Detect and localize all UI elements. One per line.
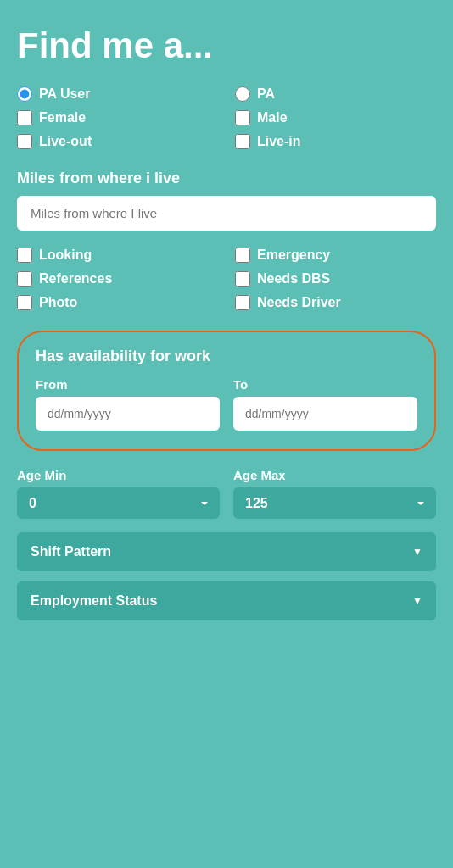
looking-checkbox[interactable] bbox=[17, 248, 32, 263]
emergency-label: Emergency bbox=[257, 248, 330, 263]
age-min-group: Age Min 0 18 21 25 30 35 40 bbox=[17, 468, 220, 519]
employment-status-label: Employment Status bbox=[31, 593, 157, 609]
needs-dbs-option[interactable]: Needs DBS bbox=[235, 271, 436, 287]
references-checkbox[interactable] bbox=[17, 271, 32, 287]
age-max-select[interactable]: 125 18 25 50 75 100 bbox=[233, 487, 436, 519]
shift-pattern-label: Shift Pattern bbox=[31, 544, 111, 559]
age-row: Age Min 0 18 21 25 30 35 40 Age Max 125 … bbox=[17, 468, 436, 519]
from-label: From bbox=[36, 377, 220, 392]
to-label: To bbox=[233, 377, 417, 392]
pa-radio[interactable] bbox=[235, 86, 250, 102]
filter-options-grid: Looking Emergency References Needs DBS P… bbox=[17, 248, 436, 310]
male-option[interactable]: Male bbox=[235, 110, 436, 125]
needs-driver-option[interactable]: Needs Driver bbox=[235, 295, 436, 310]
photo-option[interactable]: Photo bbox=[17, 295, 218, 310]
needs-driver-checkbox[interactable] bbox=[235, 295, 250, 310]
needs-dbs-label: Needs DBS bbox=[257, 271, 330, 287]
live-out-option[interactable]: Live-out bbox=[17, 134, 218, 149]
pa-option[interactable]: PA bbox=[235, 86, 436, 102]
female-checkbox[interactable] bbox=[17, 110, 32, 125]
miles-label: Miles from where i live bbox=[17, 170, 436, 187]
emergency-checkbox[interactable] bbox=[235, 248, 250, 263]
role-options-grid: PA User PA Female Male Live-out Live-in bbox=[17, 86, 436, 149]
female-label: Female bbox=[39, 110, 86, 125]
from-date-input[interactable] bbox=[36, 397, 220, 431]
references-option[interactable]: References bbox=[17, 271, 218, 287]
photo-checkbox[interactable] bbox=[17, 295, 32, 310]
age-min-label: Age Min bbox=[17, 468, 220, 482]
employment-status-dropdown[interactable]: Employment Status ▼ bbox=[17, 581, 436, 620]
date-row: From To bbox=[36, 377, 417, 431]
references-label: References bbox=[39, 271, 112, 287]
male-checkbox[interactable] bbox=[235, 110, 250, 125]
looking-option[interactable]: Looking bbox=[17, 248, 218, 263]
page-title: Find me a... bbox=[17, 25, 436, 66]
shift-pattern-arrow-icon: ▼ bbox=[412, 546, 422, 558]
live-out-label: Live-out bbox=[39, 134, 92, 149]
to-date-input[interactable] bbox=[233, 397, 417, 431]
to-group: To bbox=[233, 377, 417, 431]
female-option[interactable]: Female bbox=[17, 110, 218, 125]
looking-label: Looking bbox=[39, 248, 92, 263]
main-card: Find me a... PA User PA Female Male Live… bbox=[17, 25, 436, 843]
live-in-option[interactable]: Live-in bbox=[235, 134, 436, 149]
age-min-select[interactable]: 0 18 21 25 30 35 40 bbox=[17, 487, 220, 519]
photo-label: Photo bbox=[39, 295, 77, 310]
miles-input[interactable] bbox=[17, 196, 436, 231]
age-max-group: Age Max 125 18 25 50 75 100 bbox=[233, 468, 436, 519]
miles-section: Miles from where i live bbox=[17, 170, 436, 248]
employment-status-arrow-icon: ▼ bbox=[412, 595, 422, 607]
live-in-checkbox[interactable] bbox=[235, 134, 250, 149]
male-label: Male bbox=[257, 110, 288, 125]
from-group: From bbox=[36, 377, 220, 431]
pa-user-option[interactable]: PA User bbox=[17, 86, 218, 102]
needs-driver-label: Needs Driver bbox=[257, 295, 341, 310]
live-in-label: Live-in bbox=[257, 134, 301, 149]
live-out-checkbox[interactable] bbox=[17, 134, 32, 149]
shift-pattern-dropdown[interactable]: Shift Pattern ▼ bbox=[17, 532, 436, 571]
needs-dbs-checkbox[interactable] bbox=[235, 271, 250, 287]
pa-user-label: PA User bbox=[39, 86, 90, 102]
age-max-label: Age Max bbox=[233, 468, 436, 482]
pa-label: PA bbox=[257, 86, 275, 102]
emergency-option[interactable]: Emergency bbox=[235, 248, 436, 263]
availability-title: Has availability for work bbox=[36, 348, 417, 365]
availability-section: Has availability for work From To bbox=[17, 331, 436, 451]
pa-user-radio[interactable] bbox=[17, 86, 32, 102]
